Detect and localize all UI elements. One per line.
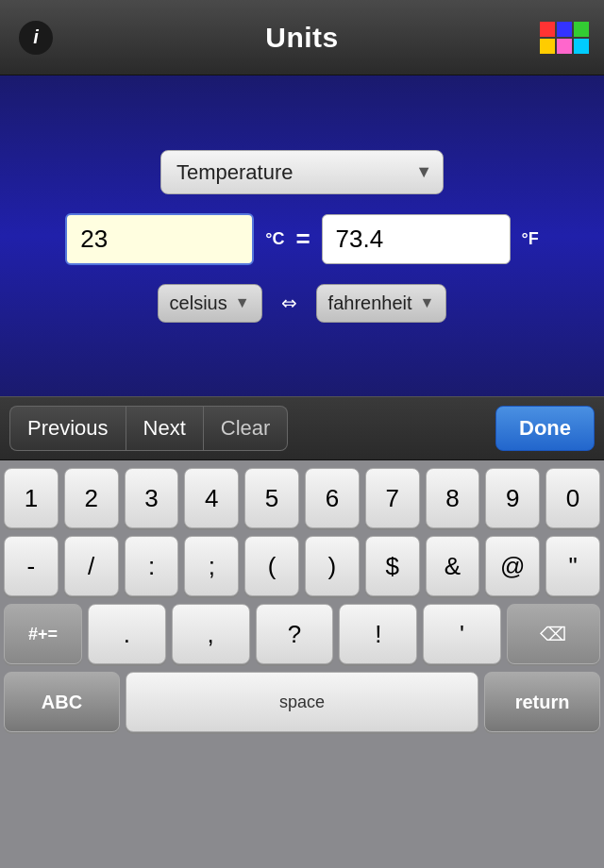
- key-1[interactable]: 1: [4, 468, 59, 528]
- delete-key[interactable]: ⌫: [507, 604, 600, 664]
- key-3[interactable]: 3: [125, 468, 179, 528]
- key-slash[interactable]: /: [64, 536, 119, 596]
- info-button[interactable]: i: [19, 21, 53, 55]
- key-9[interactable]: 9: [485, 468, 540, 528]
- grid-cell-3: [574, 22, 589, 37]
- key-row-numbers: 1 2 3 4 5 6 7 8 9 0: [4, 468, 600, 528]
- key-colon[interactable]: :: [125, 536, 179, 596]
- output-unit-label: °F: [522, 229, 539, 249]
- key-6[interactable]: 6: [305, 468, 360, 528]
- key-close-paren[interactable]: ): [305, 536, 360, 596]
- info-icon: i: [33, 26, 39, 48]
- key-abc[interactable]: ABC: [4, 672, 120, 732]
- input-field[interactable]: [65, 213, 254, 265]
- output-unit-arrow-icon: ▼: [420, 294, 435, 311]
- grid-icon[interactable]: [540, 22, 589, 54]
- key-period[interactable]: .: [88, 604, 166, 664]
- grid-cell-1: [540, 22, 555, 37]
- key-exclamation[interactable]: !: [339, 604, 417, 664]
- page-title: Units: [265, 22, 339, 54]
- key-ampersand[interactable]: &: [426, 536, 480, 596]
- key-2[interactable]: 2: [64, 468, 119, 528]
- output-unit-name: fahrenheit: [328, 292, 412, 314]
- key-8[interactable]: 8: [426, 468, 480, 528]
- done-button[interactable]: Done: [495, 406, 595, 451]
- key-return[interactable]: return: [484, 672, 600, 732]
- grid-cell-2: [557, 22, 572, 37]
- key-toggle-symbols[interactable]: #+=: [4, 604, 82, 664]
- toolbar: Previous Next Clear Done: [0, 396, 604, 460]
- previous-button[interactable]: Previous: [9, 406, 126, 451]
- key-row-symbols: - / : ; ( ) $ & @ ": [4, 536, 600, 596]
- input-row: °C = °F: [19, 213, 585, 265]
- output-field[interactable]: [322, 214, 511, 264]
- equals-sign: =: [295, 225, 310, 254]
- main-area: Temperature Length Weight Volume ▼ °C = …: [0, 75, 604, 396]
- key-question[interactable]: ?: [256, 604, 334, 664]
- category-dropdown-container: Temperature Length Weight Volume ▼: [160, 150, 444, 194]
- key-semicolon[interactable]: ;: [184, 536, 239, 596]
- key-minus[interactable]: -: [4, 536, 59, 596]
- category-dropdown[interactable]: Temperature Length Weight Volume: [160, 150, 444, 194]
- key-open-paren[interactable]: (: [244, 536, 299, 596]
- key-5[interactable]: 5: [244, 468, 299, 528]
- key-dollar[interactable]: $: [365, 536, 420, 596]
- input-unit-label: °C: [265, 229, 284, 249]
- swap-icon: ⇔: [281, 292, 297, 314]
- key-4[interactable]: 4: [184, 468, 239, 528]
- clear-button[interactable]: Clear: [204, 406, 289, 451]
- keyboard: 1 2 3 4 5 6 7 8 9 0 - / : ; ( ) $ & @ " …: [0, 460, 604, 868]
- key-row-bottom: ABC space return: [4, 672, 600, 732]
- input-unit-selector[interactable]: celsius ▼: [158, 284, 262, 323]
- header: i Units: [0, 0, 604, 75]
- key-quote[interactable]: ": [545, 536, 600, 596]
- key-space[interactable]: space: [126, 672, 478, 732]
- key-0[interactable]: 0: [545, 468, 600, 528]
- grid-cell-5: [557, 39, 572, 54]
- next-button[interactable]: Next: [126, 406, 204, 451]
- input-unit-arrow-icon: ▼: [235, 294, 250, 311]
- key-apostrophe[interactable]: ': [423, 604, 501, 664]
- key-comma[interactable]: ,: [172, 604, 250, 664]
- grid-cell-4: [540, 39, 555, 54]
- output-unit-selector[interactable]: fahrenheit ▼: [316, 284, 447, 323]
- key-at[interactable]: @: [485, 536, 540, 596]
- key-row-special: #+= . , ? ! ' ⌫: [4, 604, 600, 664]
- key-7[interactable]: 7: [365, 468, 420, 528]
- input-unit-name: celsius: [170, 292, 227, 314]
- selector-row: celsius ▼ ⇔ fahrenheit ▼: [19, 284, 585, 323]
- grid-cell-6: [574, 39, 589, 54]
